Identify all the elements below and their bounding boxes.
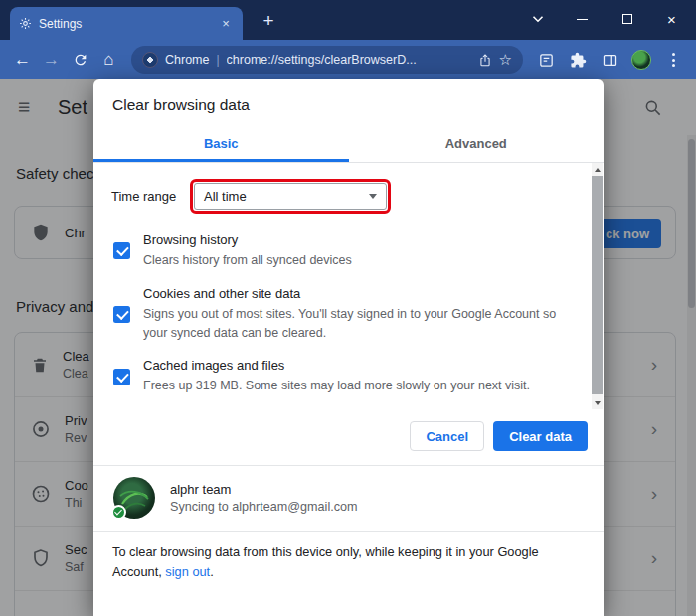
three-dots [672, 53, 675, 67]
sync-ok-badge-icon [111, 505, 126, 520]
dialog-title: Clear browsing data [93, 79, 604, 127]
account-row: alphr team Syncing to alphrteam@gmail.co… [93, 466, 604, 531]
checkbox-row-browsing-history: Browsing history Clears history from all… [113, 232, 570, 270]
tab-basic[interactable]: Basic [93, 127, 349, 162]
profile-avatar[interactable] [626, 45, 656, 75]
highlight-annotation: All time [190, 179, 391, 214]
share-icon[interactable] [478, 53, 492, 68]
dialog-scrollbar-thumb[interactable] [592, 176, 603, 394]
back-icon[interactable]: ← [8, 46, 37, 75]
time-range-row: Time range All time [111, 179, 570, 214]
checkbox-description: Frees up 319 MB. Some sites may load mor… [143, 377, 530, 395]
home-icon[interactable]: ⌂ [94, 46, 123, 75]
maximize-button[interactable] [605, 0, 649, 38]
checkbox-label: Browsing history [143, 232, 352, 247]
dialog-tabs: Basic Advanced [93, 127, 604, 163]
account-name: alphr team [170, 482, 357, 497]
clear-browsing-data-dialog: Clear browsing data Basic Advanced Time … [93, 79, 604, 616]
tab-advanced[interactable]: Advanced [349, 127, 605, 162]
site-label: Chrome [165, 53, 209, 67]
browsing-history-checkbox[interactable] [113, 242, 130, 259]
tab-search-chevron-icon[interactable] [515, 0, 560, 38]
minimize-button[interactable] [560, 0, 605, 38]
checkbox-row-cookies: Cookies and other site data Signs you ou… [113, 286, 570, 343]
settings-gear-icon [19, 17, 32, 30]
checkbox-row-cached-images: Cached images and files Frees up 319 MB.… [113, 358, 570, 395]
checkbox-texts: Browsing history Clears history from all… [143, 232, 352, 270]
checkbox-texts: Cookies and other site data Signs you ou… [143, 286, 570, 343]
dialog-scrollbar[interactable] [592, 163, 603, 409]
close-window-button[interactable]: × [649, 0, 694, 38]
extensions-puzzle-icon[interactable] [563, 45, 593, 75]
checkbox-label: Cookies and other site data [143, 286, 570, 301]
reload-icon[interactable] [66, 46, 94, 75]
time-range-select[interactable]: All time [194, 183, 387, 210]
cached-images-checkbox[interactable] [113, 369, 130, 385]
scroll-down-icon[interactable] [592, 396, 603, 409]
dialog-footer: To clear browsing data from this device … [93, 532, 591, 597]
navigation-toolbar: ← → ⌂ Chrome | chrome://settings/clearBr… [0, 40, 696, 79]
time-range-label: Time range [111, 189, 190, 204]
account-avatar [113, 477, 155, 519]
cookies-checkbox[interactable] [113, 306, 130, 323]
titlebar: Settings × + × [0, 0, 696, 40]
menu-dots-icon[interactable] [658, 45, 688, 75]
account-texts: alphr team Syncing to alphrteam@gmail.co… [170, 482, 357, 514]
url-text[interactable]: chrome://settings/clearBrowserD... [227, 53, 471, 67]
caret-down-icon [369, 194, 377, 199]
checkbox-description: Signs you out of most sites. You'll stay… [143, 305, 570, 343]
forward-icon[interactable]: → [37, 46, 66, 75]
dialog-actions: Cancel Clear data [93, 413, 604, 465]
chrome-logo-icon [142, 52, 158, 68]
reading-list-icon[interactable] [531, 45, 561, 75]
maximize-icon [622, 14, 632, 24]
account-sync-status: Syncing to alphrteam@gmail.com [170, 500, 357, 514]
side-panel-icon[interactable] [595, 45, 624, 75]
tab-close-icon[interactable]: × [218, 16, 234, 32]
address-divider: | [216, 53, 219, 67]
sign-out-link[interactable]: sign out [165, 564, 210, 579]
tab-title: Settings [39, 17, 211, 31]
avatar [631, 50, 651, 70]
new-tab-button[interactable]: + [256, 8, 281, 34]
toolbar-actions [531, 45, 688, 75]
clear-data-button[interactable]: Clear data [493, 421, 588, 451]
minimize-icon [577, 19, 588, 20]
bookmark-star-icon[interactable]: ☆ [499, 51, 512, 69]
checkbox-texts: Cached images and files Frees up 319 MB.… [143, 358, 530, 395]
time-range-value: All time [204, 189, 247, 204]
footer-suffix: . [210, 564, 214, 579]
address-bar[interactable]: Chrome | chrome://settings/clearBrowserD… [131, 46, 523, 74]
window-controls: × [515, 0, 694, 38]
browser-tab-settings[interactable]: Settings × [10, 7, 243, 40]
cancel-button[interactable]: Cancel [410, 421, 484, 451]
scroll-up-icon[interactable] [592, 163, 603, 176]
dialog-body: Time range All time Browsing history Cle… [93, 163, 604, 413]
browser-window: Settings × + × ← → ⌂ Chrome | [0, 0, 696, 616]
checkbox-description: Clears history from all synced devices [143, 251, 352, 270]
checkbox-label: Cached images and files [143, 358, 530, 373]
